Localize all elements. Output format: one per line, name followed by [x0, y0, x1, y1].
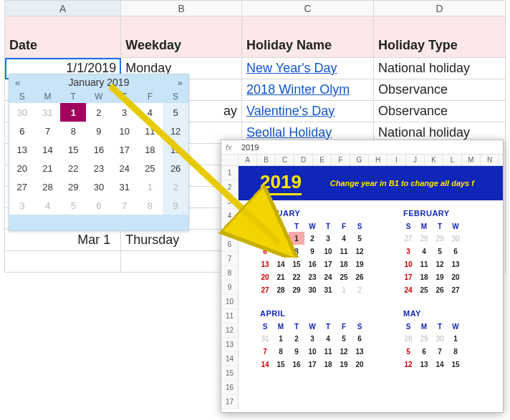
mini-rowhdr[interactable]: 8: [221, 266, 238, 280]
calendar-day[interactable]: 3: [304, 332, 320, 345]
calendar-day[interactable]: 17: [304, 358, 320, 371]
mini-colhdr[interactable]: B: [257, 155, 276, 165]
mini-colhdr[interactable]: N: [481, 155, 499, 165]
calendar-day[interactable]: 8: [289, 245, 304, 258]
calendar-day[interactable]: 5: [336, 332, 352, 345]
datepicker-day[interactable]: 3: [112, 103, 138, 122]
calendar-day[interactable]: 26: [352, 270, 367, 283]
calendar-day[interactable]: 20: [257, 270, 273, 283]
datepicker-day[interactable]: 26: [163, 159, 188, 177]
calendar-day[interactable]: 11: [336, 245, 352, 258]
calendar-day[interactable]: 28: [416, 232, 432, 245]
calendar-day[interactable]: 1: [273, 332, 289, 345]
calendar-day[interactable]: 15: [448, 358, 463, 371]
calendar-day[interactable]: 1: [448, 332, 463, 345]
mini-colhdr[interactable]: F: [332, 155, 350, 165]
cell-holiday-type[interactable]: Observance: [374, 79, 506, 101]
calendar-day[interactable]: 29: [416, 332, 432, 345]
calendar-day[interactable]: 14: [273, 258, 289, 270]
datepicker-day[interactable]: 13: [9, 140, 35, 159]
calendar-day[interactable]: 17: [320, 258, 336, 270]
datepicker-day[interactable]: 17: [112, 140, 138, 159]
calendar-day[interactable]: 25: [336, 270, 352, 283]
datepicker-day[interactable]: 16: [86, 140, 112, 159]
datepicker-day[interactable]: 2: [163, 177, 188, 196]
hdr-weekday[interactable]: Weekday: [121, 16, 242, 58]
cell-holiday-link[interactable]: Valentine's Day: [242, 101, 374, 122]
datepicker-day[interactable]: 9: [163, 196, 188, 215]
calendar-day[interactable]: 30: [257, 232, 273, 245]
datepicker-day[interactable]: 31: [35, 103, 61, 122]
calendar-day[interactable]: 15: [289, 258, 304, 270]
mini-colhdr[interactable]: H: [369, 155, 388, 165]
mini-rowhdr[interactable]: 9: [221, 280, 238, 295]
mini-colhdr[interactable]: C: [276, 155, 294, 165]
datepicker-day[interactable]: 18: [138, 140, 163, 159]
hdr-date[interactable]: Date: [5, 16, 121, 58]
calendar-day[interactable]: 26: [432, 283, 448, 296]
mini-rowhdr[interactable]: 17: [221, 395, 238, 409]
calendar-day[interactable]: 27: [257, 283, 273, 296]
datepicker-day[interactable]: 5: [163, 103, 188, 122]
mini-rowhdr[interactable]: 13: [221, 338, 238, 352]
calendar-day[interactable]: 28: [400, 332, 416, 345]
calendar-day[interactable]: 13: [448, 258, 463, 270]
datepicker-day[interactable]: 3: [9, 196, 35, 215]
calendar-day[interactable]: 18: [416, 270, 432, 283]
datepicker-day[interactable]: 6: [86, 196, 112, 215]
calendar-day[interactable]: 20: [448, 270, 463, 283]
mini-colhdr[interactable]: J: [406, 155, 425, 165]
colhdr-d[interactable]: D: [374, 1, 506, 16]
datepicker-day[interactable]: 5: [60, 196, 86, 215]
calendar-day[interactable]: 25: [416, 283, 432, 296]
colhdr-c[interactable]: C: [242, 1, 374, 16]
calendar-day[interactable]: 8: [448, 345, 463, 358]
calendar-day[interactable]: 10: [304, 345, 320, 358]
calendar-day[interactable]: 18: [336, 258, 352, 270]
calendar-day[interactable]: 2: [352, 283, 367, 296]
calendar-day[interactable]: 19: [352, 258, 367, 270]
datepicker-day[interactable]: 4: [35, 196, 61, 215]
colhdr-b[interactable]: B: [121, 1, 242, 16]
datepicker-title[interactable]: January 2019: [20, 77, 178, 88]
calendar-day[interactable]: 5: [432, 245, 448, 258]
calendar-day[interactable]: 2: [304, 232, 320, 245]
datepicker-day[interactable]: 1: [60, 103, 86, 122]
calendar-day[interactable]: 4: [320, 332, 336, 345]
calendar-day[interactable]: 19: [336, 358, 352, 371]
mini-colhdr[interactable]: A: [239, 155, 257, 165]
calendar-day[interactable]: 10: [400, 258, 416, 270]
year-calendar-window[interactable]: fx 2019 ABCDEFGHIJKLMN 12345678910111213…: [221, 140, 504, 413]
calendar-day[interactable]: 7: [273, 245, 289, 258]
mini-rowhdr[interactable]: 3: [221, 195, 238, 209]
calendar-day[interactable]: 6: [352, 332, 367, 345]
mini-colhdr[interactable]: I: [388, 155, 406, 165]
mini-rowhdr[interactable]: 6: [221, 238, 238, 252]
calendar-day[interactable]: 5: [352, 232, 367, 245]
mini-rowhdr[interactable]: 10: [221, 295, 238, 309]
datepicker-day[interactable]: 22: [60, 159, 86, 177]
cell-holiday-link[interactable]: New Year's Day: [242, 58, 374, 79]
calendar-day[interactable]: 9: [304, 245, 320, 258]
datepicker-day[interactable]: 28: [35, 177, 61, 196]
datepicker-day[interactable]: 12: [163, 122, 188, 140]
calendar-day[interactable]: 6: [257, 245, 273, 258]
mini-colhdr[interactable]: D: [294, 155, 313, 165]
datepicker-day[interactable]: 24: [112, 159, 138, 177]
mini-rowhdr[interactable]: 12: [221, 323, 238, 338]
mini-colhdr[interactable]: M: [462, 155, 481, 165]
calendar-day[interactable]: 16: [304, 258, 320, 270]
calendar-day[interactable]: 28: [273, 283, 289, 296]
date-picker-popup[interactable]: « January 2019 » SMTWTFS 303112345678910…: [9, 74, 189, 231]
mini-rowhdr[interactable]: 2: [221, 180, 238, 195]
datepicker-day[interactable]: 9: [86, 122, 112, 140]
colhdr-a[interactable]: A: [5, 1, 121, 16]
mini-rowhdr[interactable]: 7: [221, 252, 238, 266]
datepicker-day[interactable]: 19: [163, 140, 188, 159]
datepicker-day[interactable]: 25: [138, 159, 163, 177]
calendar-day[interactable]: 4: [416, 245, 432, 258]
calendar-day[interactable]: 3: [400, 245, 416, 258]
mini-colhdr[interactable]: K: [425, 155, 443, 165]
calendar-day[interactable]: 6: [448, 245, 463, 258]
calendar-day[interactable]: 30: [304, 283, 320, 296]
